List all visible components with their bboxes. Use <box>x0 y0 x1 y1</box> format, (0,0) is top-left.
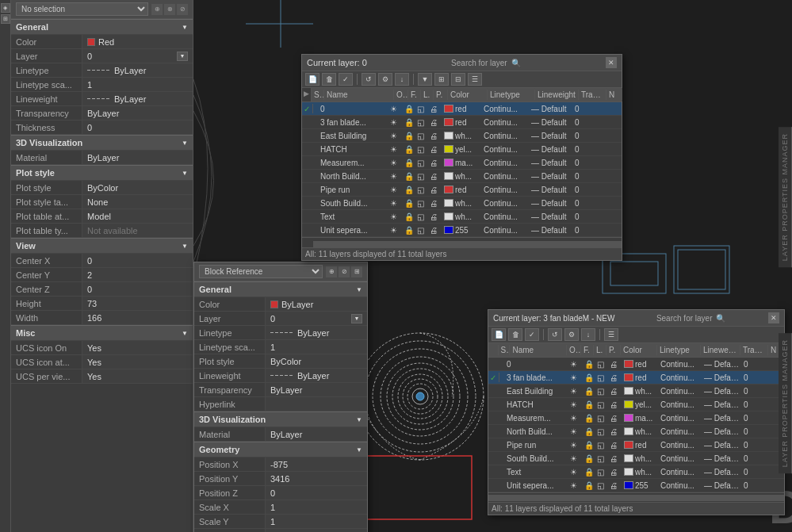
prop-color: Color Red <box>11 35 193 49</box>
props-icon-2[interactable]: ⊗ <box>164 4 175 15</box>
layer-row[interactable]: East Building ☀ 🔒 ◱ 🖨 wh... Continu... —… <box>488 385 784 398</box>
br-layer-current-btn[interactable]: ✓ <box>525 328 539 341</box>
block-ref-icon-2[interactable]: ⊘ <box>339 266 350 277</box>
layer-row[interactable]: East Building ☀ 🔒 ◱ 🖨 wh... Continu... —… <box>302 129 622 143</box>
layer-br-search-btn[interactable]: 🔍 <box>715 312 726 323</box>
layer-row[interactable]: 0 ☀ 🔒 ◱ 🖨 red Continu... — Default 0 <box>488 358 784 371</box>
layer-filter-btn[interactable]: ▼ <box>418 73 432 86</box>
layer-row[interactable]: Pipe run ☀ 🔒 ◱ 🖨 red Continu... — Defaul… <box>488 438 784 452</box>
br-layer-refresh-btn[interactable]: ↺ <box>548 328 562 341</box>
toolbar-btn-2[interactable]: ⊞ <box>1 14 10 24</box>
br-general-header[interactable]: General ▼ <box>194 281 367 297</box>
br-layer-col-headers: S. Name On F. L. P. Color Linetype Linew… <box>488 343 784 358</box>
properties-header: No selection ⊕ ⊗ ⊘ <box>11 0 193 19</box>
br-layer-extra-btn[interactable]: ↓ <box>581 328 595 341</box>
layer-expand-area: ▶ S. Name On F. L. P. Color Linetype Lin… <box>302 88 622 102</box>
prop-layer: Layer 0 ▼ <box>11 49 193 63</box>
layer-current-btn[interactable]: ✓ <box>339 73 353 86</box>
layer-search-label: Search for layer <box>451 59 507 67</box>
general-section-header[interactable]: General ▼ <box>11 19 193 35</box>
layer-settings-btn[interactable]: ⚙ <box>378 73 392 86</box>
layer-row[interactable]: Unit sepera... ☀ 🔒 ◱ 🖨 255 Continu... — … <box>302 224 622 237</box>
br-layer-new-btn[interactable]: 📄 <box>492 328 506 341</box>
br-layer-settings-btn[interactable]: ⚙ <box>564 328 579 341</box>
layer-dropdown[interactable]: ▼ <box>177 52 188 61</box>
layer-row[interactable]: Measurem... ☀ 🔒 ◱ 🖨 ma... Continu... — D… <box>488 411 784 425</box>
layer-row[interactable]: Text ☀ 🔒 ◱ 🖨 wh... Continu... — Default … <box>302 210 622 224</box>
br-scrollbar[interactable] <box>488 492 784 502</box>
layer-row[interactable]: ✓ 3 fan blade... ☀ 🔒 ◱ 🖨 red Continu... … <box>488 371 784 385</box>
layer-refresh-btn[interactable]: ↺ <box>362 73 376 86</box>
props-icon-1[interactable]: ⊕ <box>151 4 163 15</box>
layer-row[interactable]: Text ☀ 🔒 ◱ 🖨 wh... Continu... — Default … <box>488 465 784 479</box>
prop-transparency: Transparency ByLayer <box>11 106 193 121</box>
br-plot-style: Plot style ByColor <box>194 354 367 369</box>
br-lineweight: Lineweight ByLayer <box>194 369 367 383</box>
layer-row[interactable]: Pipe run ☀ 🔒 ◱ 🖨 red Continu... — Defaul… <box>302 183 622 197</box>
br-layer-delete-btn[interactable]: 🗑 <box>508 328 522 341</box>
layer-row[interactable]: North Build... ☀ 🔒 ◱ 🖨 wh... Continu... … <box>488 425 784 438</box>
layer-col-headers: S. Name On F. L. P. Color Linetype Linew… <box>312 88 622 101</box>
layer-import-btn[interactable]: ↓ <box>395 73 409 86</box>
color-swatch <box>87 38 95 46</box>
prop-ucs-icon-at: UCS icon at... Yes <box>11 355 193 369</box>
block-ref-icon-1[interactable]: ⊕ <box>326 266 337 277</box>
props-icon-3[interactable]: ⊘ <box>177 4 188 15</box>
layer-properties-manager-tab-2[interactable]: LAYER PROPERTIES MANAGER <box>779 333 792 473</box>
layer-delete-btn[interactable]: 🗑 <box>322 73 336 86</box>
layer-extra-btn[interactable]: ⊟ <box>451 73 465 86</box>
br-geometry-header[interactable]: Geometry ▼ <box>194 442 367 457</box>
prop-center-y: Center Y 2 <box>11 268 193 282</box>
prop-thickness: Thickness 0 <box>11 121 193 135</box>
br-color: Color ByLayer <box>194 297 367 312</box>
br-3dviz-header[interactable]: 3D Visualization ▼ <box>194 411 367 427</box>
layer-row[interactable]: Measurem... ☀ 🔒 ◱ 🖨 ma... Continu... — D… <box>302 156 622 170</box>
prop-material: Material ByLayer <box>11 151 193 165</box>
layer-row[interactable]: HATCH ☀ 🔒 ◱ 🖨 yel... Continu... — Defaul… <box>302 143 622 156</box>
br-pos-x: Position X -875 <box>194 457 367 472</box>
block-ref-dropdown[interactable]: Block Reference <box>199 265 323 278</box>
view-section-header[interactable]: View ▼ <box>11 238 193 254</box>
prop-plotstyle-ty: Plot table ty... Not available <box>11 224 193 238</box>
layer-row[interactable]: Unit sepera... ☀ 🔒 ◱ 🖨 255 Continu... — … <box>488 479 784 492</box>
br-scale-z: Scale Z 1 <box>194 529 367 532</box>
prop-plotstyle-at: Plot table at... Model <box>11 209 193 224</box>
layer-tree-toggle[interactable]: ▶ <box>302 88 312 101</box>
layer-footer-top: All: 11 layers displayed of 11 total lay… <box>302 247 622 260</box>
plotstyle-section-header[interactable]: Plot style ▼ <box>11 165 193 181</box>
block-ref-icon-3[interactable]: ⊞ <box>351 266 362 277</box>
layer-panel-close[interactable]: ✕ <box>606 57 617 68</box>
layer-row[interactable]: 3 fan blade... ☀ 🔒 ◱ 🖨 red Continu... — … <box>302 116 622 129</box>
layer-row[interactable]: South Build... ☀ 🔒 ◱ 🖨 wh... Continu... … <box>488 452 784 465</box>
br-layer-gear-btn[interactable]: ☰ <box>604 328 618 341</box>
layer-row[interactable]: HATCH ☀ 🔒 ◱ 🖨 yel... Continu... — Defaul… <box>488 398 784 411</box>
layer-expand-btn[interactable]: ⊞ <box>434 73 449 86</box>
br-color-swatch <box>270 300 278 308</box>
layer-toolbar-br: 📄 🗑 ✓ ↺ ⚙ ↓ ☰ <box>488 327 784 343</box>
layer-row[interactable]: South Build... ☀ 🔒 ◱ 🖨 wh... Continu... … <box>302 197 622 210</box>
layer-rows-container-top: ✓ 0 ☀ 🔒 ◱ 🖨 red Continu... — Default 0 3… <box>302 102 622 237</box>
layer-br-panel-close[interactable]: ✕ <box>768 312 779 323</box>
br-layer: Layer 0 ▼ <box>194 312 367 326</box>
layer-row[interactable]: ✓ 0 ☀ 🔒 ◱ 🖨 red Continu... — Default 0 <box>302 102 622 116</box>
prop-width: Width 166 <box>11 311 193 325</box>
3dviz-section-header[interactable]: 3D Visualization ▼ <box>11 135 193 151</box>
prop-plotstyle: Plot style ByColor <box>11 181 193 195</box>
layer-rows-container-br: 0 ☀ 🔒 ◱ 🖨 red Continu... — Default 0 ✓ 3… <box>488 358 784 492</box>
layer-scrollbar-area <box>302 237 622 247</box>
prop-ucs-icon-on: UCS icon On Yes <box>11 341 193 355</box>
prop-center-x: Center X 0 <box>11 254 193 268</box>
layer-gear-btn[interactable]: ☰ <box>468 73 482 86</box>
br-layer-dropdown[interactable]: ▼ <box>351 314 362 323</box>
prop-linetype: Linetype ByLayer <box>11 63 193 78</box>
br-linetype: Linetype ByLayer <box>194 326 367 340</box>
selection-dropdown[interactable]: No selection <box>16 2 148 16</box>
toolbar-btn-1[interactable]: ◈ <box>1 3 10 13</box>
layer-properties-manager-tab[interactable]: LAYER PROPERTIES MANAGER <box>779 127 792 267</box>
br-hyperlink: Hyperlink <box>194 397 367 411</box>
svg-point-19 <box>416 392 424 400</box>
misc-section-header[interactable]: Misc ▼ <box>11 325 193 341</box>
layer-new-btn[interactable]: 📄 <box>305 73 319 86</box>
layer-row[interactable]: North Build... ☀ 🔒 ◱ 🖨 wh... Continu... … <box>302 170 622 183</box>
layer-search-btn[interactable]: 🔍 <box>511 57 522 68</box>
